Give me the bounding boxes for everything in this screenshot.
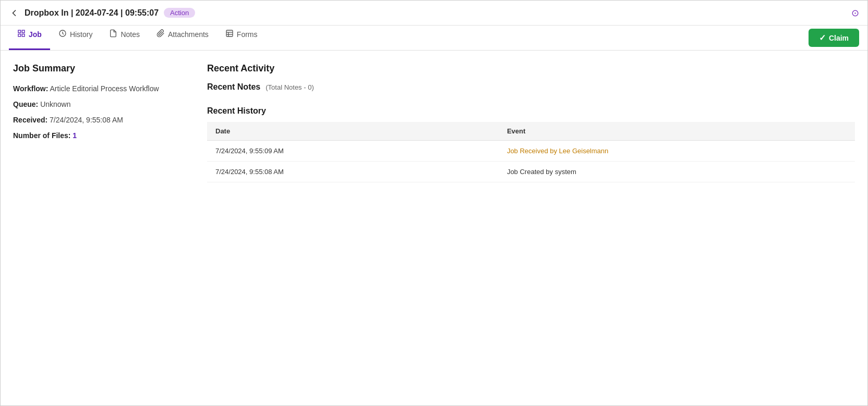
history-row-2: 7/24/2024, 9:55:08 AM Job Created by sys… — [207, 162, 855, 182]
queue-value: Unknown — [40, 100, 70, 108]
recent-activity-panel: Recent Activity Recent Notes (Total Note… — [207, 63, 855, 393]
job-summary-title: Job Summary — [13, 63, 190, 74]
workflow-value: Article Editorial Process Workflow — [50, 84, 159, 93]
paperclip-icon — [156, 29, 165, 40]
notes-header: Recent Notes (Total Notes - 0) — [207, 82, 855, 92]
svg-rect-2 — [18, 34, 21, 36]
action-badge: Action — [164, 8, 195, 18]
history-table: Date Event 7/24/2024, 9:55:09 AM Job Rec… — [207, 122, 855, 182]
history-row-1-date: 7/24/2024, 9:55:09 AM — [207, 141, 499, 162]
page-title: Dropbox In | 2024-07-24 | 09:55:07 — [25, 8, 159, 18]
col-header-event: Event — [499, 122, 855, 141]
tabs-left: Job History Notes Attachme — [9, 26, 266, 50]
tab-notes-label: Notes — [120, 30, 140, 39]
tab-history-label: History — [70, 30, 93, 39]
tab-notes[interactable]: Notes — [101, 26, 148, 50]
history-row-2-date: 7/24/2024, 9:55:08 AM — [207, 162, 499, 182]
main-content: Job Summary Workflow: Article Editorial … — [1, 51, 867, 405]
workflow-label: Workflow: — [13, 84, 48, 93]
tab-attachments-label: Attachments — [168, 30, 209, 39]
claim-button-label: Claim — [829, 34, 849, 42]
header-left: Dropbox In | 2024-07-24 | 09:55:07 Actio… — [9, 8, 195, 18]
notes-section: Recent Notes (Total Notes - 0) — [207, 82, 855, 92]
num-files-value[interactable]: 1 — [73, 131, 77, 140]
notes-count: (Total Notes - 0) — [266, 83, 314, 91]
file-icon — [109, 29, 117, 40]
history-title: Recent History — [207, 106, 855, 116]
svg-rect-0 — [18, 30, 21, 33]
history-section: Recent History Date Event 7/24/2024, 9:5… — [207, 106, 855, 182]
tab-attachments[interactable]: Attachments — [148, 26, 217, 50]
job-summary-panel: Job Summary Workflow: Article Editorial … — [13, 63, 190, 393]
header: Dropbox In | 2024-07-24 | 09:55:07 Actio… — [1, 1, 867, 26]
back-button[interactable] — [9, 8, 19, 18]
header-right: ⊙ — [851, 7, 859, 19]
tab-job[interactable]: Job — [9, 26, 50, 50]
history-row-1: 7/24/2024, 9:55:09 AM Job Received by Le… — [207, 141, 855, 162]
received-label: Received: — [13, 116, 47, 124]
tab-forms-label: Forms — [237, 30, 258, 39]
svg-rect-5 — [226, 30, 233, 36]
history-row-1-event: Job Received by Lee Geiselmann — [499, 141, 855, 162]
svg-rect-1 — [22, 30, 25, 33]
tabs-bar: Job History Notes Attachme — [1, 26, 867, 51]
queue-row: Queue: Unknown — [13, 100, 190, 108]
history-row-1-event-text[interactable]: Job Received by Lee Geiselmann — [507, 147, 608, 155]
history-table-body: 7/24/2024, 9:55:09 AM Job Received by Le… — [207, 141, 855, 182]
tab-history[interactable]: History — [50, 26, 101, 50]
tab-forms[interactable]: Forms — [217, 26, 266, 50]
svg-rect-3 — [22, 34, 25, 36]
num-files-label: Number of Files: — [13, 131, 70, 140]
grid-icon — [17, 29, 26, 40]
queue-label: Queue: — [13, 100, 38, 108]
history-table-header-row: Date Event — [207, 122, 855, 141]
workflow-row: Workflow: Article Editorial Process Work… — [13, 84, 190, 93]
compass-icon: ⊙ — [851, 7, 859, 19]
clock-icon — [58, 29, 67, 40]
check-circle-icon: ✓ — [819, 33, 826, 43]
num-files-row: Number of Files: 1 — [13, 131, 190, 140]
recent-activity-title: Recent Activity — [207, 63, 855, 74]
col-header-date: Date — [207, 122, 499, 141]
received-value: 7/24/2024, 9:55:08 AM — [50, 116, 123, 124]
tab-job-label: Job — [29, 30, 42, 39]
history-row-2-event: Job Created by system — [499, 162, 855, 182]
received-row: Received: 7/24/2024, 9:55:08 AM — [13, 116, 190, 124]
notes-title: Recent Notes — [207, 82, 260, 92]
claim-button[interactable]: ✓ Claim — [809, 29, 859, 47]
table-icon — [225, 29, 234, 40]
